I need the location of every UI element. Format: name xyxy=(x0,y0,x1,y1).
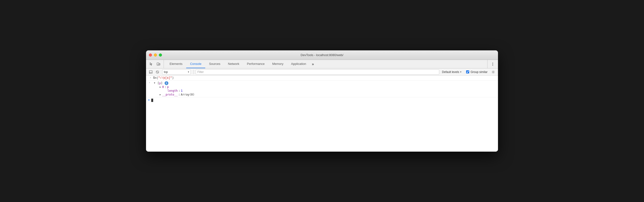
child-0-value: p xyxy=(167,85,168,89)
array-output-content: [p] i 0 : p length : 1 xyxy=(153,81,496,96)
entry-gutter-output: ‹ xyxy=(146,81,153,84)
svg-point-4 xyxy=(492,64,493,64)
array-child-length: length : 1 xyxy=(153,89,496,93)
console-settings-button[interactable] xyxy=(490,69,496,75)
info-badge[interactable]: i xyxy=(164,81,168,85)
tabs: Elements Console Sources Network Perform… xyxy=(166,60,487,68)
console-entry-array-output: ‹ [p] i 0 : p xyxy=(146,81,498,97)
expand-array-button[interactable] xyxy=(153,82,156,85)
cursor-icon xyxy=(149,62,153,66)
toolbar-icons xyxy=(148,60,164,68)
tabs-right xyxy=(487,60,496,68)
array-header[interactable]: [p] i xyxy=(153,81,496,85)
console-entry-input: › $x("//p[a]") xyxy=(146,76,498,81)
group-similar-label[interactable]: Group similar xyxy=(471,70,488,74)
expand-child-0-button[interactable] xyxy=(159,86,162,88)
tab-elements[interactable]: Elements xyxy=(166,60,186,68)
console-toolbar: top ▾ Default levels ▾ Group similar xyxy=(146,68,498,76)
expand-proto-button[interactable] xyxy=(159,93,162,96)
svg-rect-0 xyxy=(157,63,159,65)
context-arrow-icon: ▾ xyxy=(188,71,189,73)
tab-memory[interactable]: Memory xyxy=(268,60,287,68)
entry-content: $x("//p[a]") xyxy=(153,76,496,80)
filter-input[interactable] xyxy=(198,70,245,74)
console-output: › $x("//p[a]") ‹ [p] i xyxy=(146,76,498,152)
clear-icon xyxy=(156,70,159,74)
drawer-icon xyxy=(149,70,152,74)
group-similar-checkbox[interactable] xyxy=(466,70,469,73)
child-0-key: 0 xyxy=(162,85,164,89)
tab-network[interactable]: Network xyxy=(224,60,243,68)
group-similar-checkbox-group: Group similar xyxy=(464,70,490,74)
filter-section[interactable] xyxy=(196,69,439,75)
show-drawer-button[interactable] xyxy=(148,69,154,75)
array-child-proto: __proto__ : Array(0) xyxy=(153,93,496,96)
default-levels-label: Default levels xyxy=(442,70,459,74)
length-key: length xyxy=(168,89,178,92)
minimize-button[interactable] xyxy=(154,53,157,57)
array-child-0: 0 : p xyxy=(153,85,496,89)
input-chevron-icon: › xyxy=(150,76,151,79)
window-title: DevTools - localhost:8080/web/ xyxy=(300,53,344,57)
traffic-lights xyxy=(149,53,162,57)
string-value: "//p[a]" xyxy=(158,76,172,80)
title-bar: DevTools - localhost:8080/web/ xyxy=(146,50,498,60)
console-prompt-row: > xyxy=(146,97,498,103)
svg-rect-6 xyxy=(149,71,152,73)
array-label: [p] xyxy=(158,81,163,85)
svg-point-3 xyxy=(492,62,493,63)
more-options-button[interactable] xyxy=(490,61,496,67)
length-colon: : xyxy=(178,89,180,92)
child-0-colon: : xyxy=(164,85,166,89)
proto-value: Array(0) xyxy=(181,93,194,96)
tabs-row: Elements Console Sources Network Perform… xyxy=(146,60,498,68)
command-text: $x("//p[a]") xyxy=(153,76,174,80)
context-label: top xyxy=(164,70,187,74)
tab-sources[interactable]: Sources xyxy=(205,60,224,68)
maximize-button[interactable] xyxy=(159,53,162,57)
proto-key: __proto__ xyxy=(162,93,178,96)
clear-console-button[interactable] xyxy=(154,69,160,75)
devtools-window: DevTools - localhost:8080/web/ xyxy=(146,50,498,152)
gear-icon xyxy=(491,70,495,74)
tab-application[interactable]: Application xyxy=(287,60,310,68)
default-levels-arrow-icon: ▾ xyxy=(460,71,461,73)
devtools-panel: Elements Console Sources Network Perform… xyxy=(146,60,498,152)
length-value: 1 xyxy=(181,89,183,92)
svg-rect-1 xyxy=(159,63,160,65)
tabs-overflow-button[interactable]: » xyxy=(310,60,316,68)
device-toolbar-button[interactable] xyxy=(155,61,162,67)
array-tag: p xyxy=(159,81,161,85)
context-selector[interactable]: top ▾ xyxy=(162,69,191,75)
svg-line-11 xyxy=(156,71,158,73)
close-button[interactable] xyxy=(149,53,152,57)
default-levels-selector[interactable]: Default levels ▾ xyxy=(440,70,463,74)
inspect-element-button[interactable] xyxy=(148,61,154,67)
back-arrow-icon: ‹ xyxy=(149,81,150,84)
proto-colon: : xyxy=(178,93,180,96)
filter-divider xyxy=(194,70,194,74)
entry-gutter: › xyxy=(146,76,153,79)
device-icon xyxy=(156,62,160,66)
svg-point-12 xyxy=(493,71,494,72)
svg-point-5 xyxy=(492,65,493,66)
tab-performance[interactable]: Performance xyxy=(243,60,268,68)
three-dots-icon xyxy=(491,62,495,66)
prompt-symbol: > xyxy=(148,98,150,102)
tab-console[interactable]: Console xyxy=(186,60,205,68)
cursor xyxy=(151,99,153,102)
